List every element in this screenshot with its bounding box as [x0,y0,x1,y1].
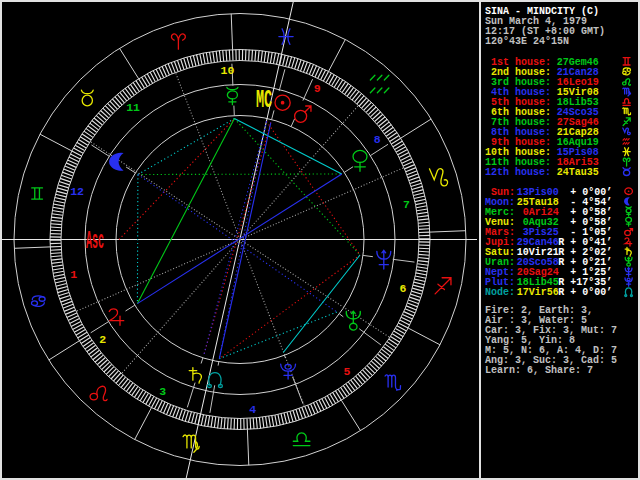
svg-text:10: 10 [220,64,234,77]
svg-text:R: R [558,287,564,298]
svg-text:R: R [558,257,564,268]
svg-text:4: 4 [249,403,256,416]
svg-text:6: 6 [399,282,406,295]
svg-text:17Vir56: 17Vir56 [517,287,559,298]
svg-text:3: 3 [159,385,166,398]
svg-text:Node:: Node: [485,287,515,298]
svg-text:11: 11 [126,101,140,114]
svg-text:9: 9 [314,82,321,95]
svg-text:12th house:: 12th house: [485,167,551,178]
svg-text:8: 8 [374,133,381,146]
svg-text:7: 7 [403,198,410,211]
svg-text:+ 0°00’: + 0°00’ [570,287,612,298]
svg-text:Asc: Asc [86,227,104,256]
svg-text:120°43E 24°15N: 120°43E 24°15N [485,36,569,47]
svg-text:5: 5 [343,365,350,378]
svg-text:24Tau35: 24Tau35 [557,167,599,178]
svg-text:1: 1 [70,268,77,281]
svg-text:2: 2 [99,333,106,346]
svg-text:MC: MC [256,86,272,115]
svg-text:12: 12 [70,185,84,198]
svg-text:Learn: 6, Share: 7: Learn: 6, Share: 7 [485,365,593,376]
